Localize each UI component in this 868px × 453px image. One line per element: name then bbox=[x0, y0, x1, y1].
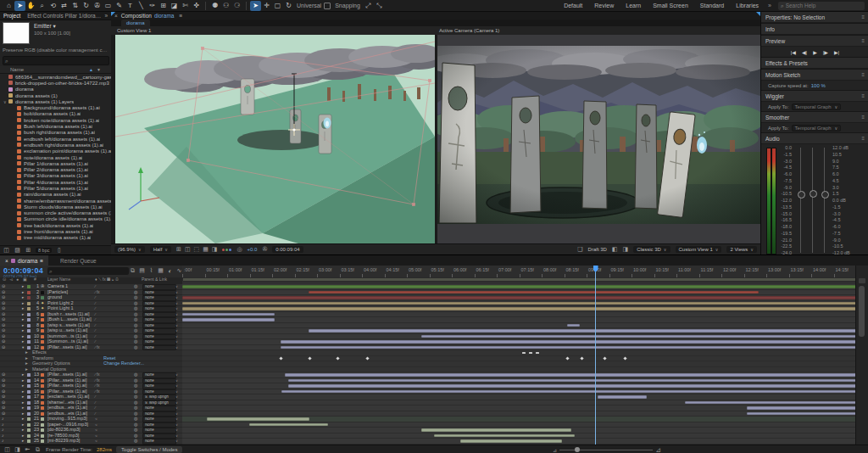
property-group-label[interactable]: Effects bbox=[32, 350, 47, 355]
twirl-icon[interactable]: ▸ bbox=[22, 301, 24, 306]
sort-arrow-icon[interactable]: ▲ bbox=[89, 67, 93, 72]
tab-effect-controls[interactable]: Effect Controls Pillar 1/diorama 1 bbox=[27, 13, 104, 19]
twirl-icon[interactable]: ▸ bbox=[22, 417, 24, 422]
last-frame-icon[interactable]: ▶| bbox=[834, 49, 839, 55]
twirl-icon[interactable]: ▸ bbox=[25, 367, 28, 372]
layer-switches[interactable]: ∕ bbox=[95, 400, 96, 405]
exposure-gear-icon[interactable]: ◎ bbox=[236, 246, 242, 253]
project-item[interactable]: Storm clouds/diorama assets (1).ai bbox=[0, 204, 111, 210]
layer-duration-bar[interactable] bbox=[182, 307, 856, 310]
layer-duration-bar[interactable] bbox=[421, 335, 856, 338]
layer-name[interactable]: [mi-80239.mp3] bbox=[47, 439, 92, 444]
chevron-down-icon[interactable]: ∨ bbox=[175, 306, 178, 311]
timeline-scrollbar[interactable] bbox=[855, 266, 868, 445]
help-search-box[interactable]: ⌕ bbox=[778, 2, 865, 10]
layer-switches[interactable]: ∕ fx bbox=[95, 383, 100, 389]
snapshot-icon[interactable]: ◨ bbox=[212, 246, 218, 253]
label-color-swatch[interactable] bbox=[27, 302, 31, 305]
region-of-interest-icon[interactable]: ⬚ bbox=[194, 246, 200, 253]
project-item[interactable]: endbush left/diorama assets (1).ai bbox=[0, 136, 111, 142]
filter-icon[interactable]: ▼ bbox=[97, 67, 101, 72]
layer-switches[interactable]: ∕ bbox=[95, 334, 96, 339]
chevron-down-icon[interactable]: ∨ bbox=[175, 433, 178, 439]
parent-pickwhip-icon[interactable]: ◎ bbox=[134, 372, 137, 378]
label-color-swatch[interactable] bbox=[27, 346, 31, 350]
audio-column-icon[interactable]: ◅ bbox=[9, 277, 13, 282]
twirl-icon[interactable]: ▸ bbox=[22, 405, 24, 411]
label-color-swatch[interactable] bbox=[27, 307, 31, 310]
layer-duration-bar[interactable] bbox=[207, 417, 310, 421]
timeline-search-input[interactable] bbox=[54, 268, 125, 275]
layer-duration-bar[interactable] bbox=[281, 346, 856, 350]
label-color-swatch[interactable] bbox=[27, 340, 31, 344]
label-color-swatch[interactable] bbox=[27, 373, 31, 377]
chevron-down-icon[interactable]: ∨ bbox=[175, 411, 178, 417]
layer-duration-bar[interactable] bbox=[182, 285, 856, 288]
solo-column-icon[interactable]: ● bbox=[16, 277, 19, 282]
snapshot-camera-icon[interactable]: ✇ bbox=[262, 246, 267, 253]
shy-icon[interactable]: ⌇ bbox=[147, 266, 155, 275]
workspace-default[interactable]: Default bbox=[558, 3, 588, 8]
composition-tab-label[interactable]: Composition bbox=[121, 13, 152, 19]
mini-flowchart-icon[interactable]: ⧉ bbox=[34, 445, 42, 453]
frame-blend-icon[interactable]: ▦ bbox=[157, 266, 164, 275]
layer-name[interactable]: [Particles] bbox=[47, 290, 92, 295]
layer-switches[interactable]: ∕ bbox=[95, 405, 96, 411]
layer-switches[interactable]: ∕ bbox=[95, 323, 96, 328]
layer-name[interactable]: [Pillar...ssets (1).ai] bbox=[47, 383, 92, 389]
label-color-swatch[interactable] bbox=[27, 423, 31, 427]
project-item[interactable]: broken note/diorama assets (1).ai bbox=[0, 117, 111, 123]
layer-name[interactable]: [exclam...sets (1).ai] bbox=[47, 394, 92, 400]
active-camera-viewport[interactable] bbox=[437, 35, 760, 243]
parent-pickwhip-icon[interactable]: ◎ bbox=[134, 317, 137, 322]
panel-menu-icon[interactable]: ≡ bbox=[861, 14, 865, 20]
layer-duration-bar[interactable] bbox=[460, 439, 562, 443]
label-color-swatch[interactable] bbox=[27, 406, 31, 410]
work-area-bar[interactable] bbox=[182, 277, 856, 282]
twirl-icon[interactable]: ▸ bbox=[22, 378, 24, 383]
twirl-icon[interactable]: ▸ bbox=[22, 312, 24, 317]
keyframe-icon[interactable] bbox=[603, 356, 606, 360]
project-item[interactable]: summon circle active/diorama assets (1).… bbox=[0, 210, 111, 216]
chevron-down-icon[interactable]: ∨ bbox=[175, 383, 178, 389]
project-item[interactable]: tree mid/diorama assets (1).ai bbox=[0, 235, 111, 241]
layer-duration-bar[interactable] bbox=[567, 324, 580, 327]
layer-switches[interactable]: ∕ bbox=[95, 295, 96, 300]
layer-duration-bar[interactable] bbox=[421, 428, 570, 432]
fullscreen-icon[interactable]: ⤡ bbox=[374, 1, 385, 11]
layer-name[interactable]: [summon...ts (1).ai] bbox=[47, 334, 92, 339]
layer-name[interactable]: [Pillar...ssets (1).ai] bbox=[47, 378, 92, 383]
layer-name[interactable]: [Pillar...ssets (1).ai] bbox=[47, 389, 92, 394]
layer-name[interactable]: [Pillar...ssets (1).ai] bbox=[47, 345, 92, 350]
zoom-tool-icon[interactable]: ⌕ bbox=[36, 1, 47, 11]
timeline-search-box[interactable]: ⌕ bbox=[47, 267, 129, 275]
twirl-icon[interactable]: ▸ bbox=[22, 290, 24, 295]
layer-duration-bar[interactable] bbox=[281, 340, 856, 344]
label-color-swatch[interactable] bbox=[27, 379, 31, 383]
parent-pickwhip-icon[interactable]: ◎ bbox=[134, 328, 137, 333]
project-item[interactable]: Pillar 4/diorama assets (1).ai bbox=[0, 179, 111, 185]
toggle-switches-modes-button[interactable]: Toggle Switches / Modes bbox=[116, 446, 182, 453]
gizmo-scale-icon[interactable]: ▢ bbox=[272, 1, 283, 11]
timeline-tab-diorama[interactable]: × diorama ≡ bbox=[0, 255, 48, 266]
footage-name[interactable]: Emitter ▾ bbox=[34, 23, 56, 30]
parent-pickwhip-icon[interactable]: ◎ bbox=[134, 383, 137, 389]
chevron-down-icon[interactable]: ∨ bbox=[175, 339, 178, 344]
workspace-learn[interactable]: Learn bbox=[620, 3, 647, 8]
eraser-tool-icon[interactable]: ◪ bbox=[169, 1, 180, 11]
layer-duration-bar[interactable] bbox=[747, 406, 856, 410]
layer-lane[interactable] bbox=[182, 439, 856, 445]
home-icon[interactable]: ⌂ bbox=[3, 1, 14, 11]
view-label-active-camera[interactable]: Active Camera (Camera 1) bbox=[439, 28, 499, 33]
line-tool-icon[interactable]: ╲ bbox=[136, 1, 147, 11]
hand-tool-icon[interactable]: ✋ bbox=[25, 1, 36, 11]
label-color-swatch[interactable] bbox=[27, 291, 31, 294]
chevron-down-icon[interactable]: ∨ bbox=[175, 290, 178, 295]
magnification-dropdown[interactable]: (96.9%)∨ bbox=[114, 246, 145, 253]
interpret-footage-icon[interactable]: ◫ bbox=[3, 246, 10, 254]
label-color-swatch[interactable] bbox=[27, 428, 31, 432]
project-item[interactable]: diorama bbox=[0, 87, 111, 92]
video-toggle-icon[interactable]: ⊙ bbox=[2, 372, 5, 378]
comp-flowchart-icon[interactable]: ⧉ bbox=[129, 266, 136, 275]
custom-view-viewport[interactable] bbox=[115, 35, 435, 243]
